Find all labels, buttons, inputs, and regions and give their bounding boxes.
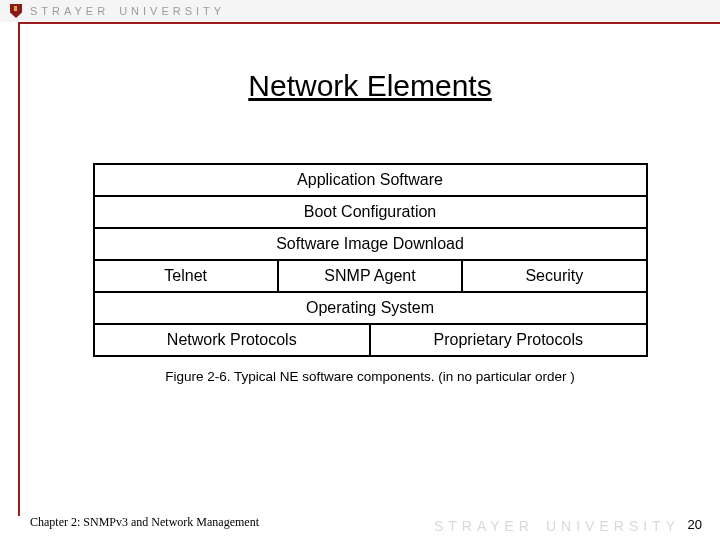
header-bar: STRAYERUNIVERSITY bbox=[0, 0, 720, 22]
diagram-cell: Operating System bbox=[95, 293, 646, 323]
page-number: 20 bbox=[688, 517, 702, 532]
footer-chapter: Chapter 2: SNMPv3 and Network Management bbox=[30, 515, 259, 530]
diagram-row: Network Protocols Proprietary Protocols bbox=[95, 325, 646, 357]
diagram-cell: Telnet bbox=[95, 261, 277, 291]
diagram-cell: SNMP Agent bbox=[277, 261, 461, 291]
diagram-cell: Proprietary Protocols bbox=[369, 325, 646, 355]
diagram-row: Software Image Download bbox=[95, 229, 646, 261]
diagram-cell: Boot Configuration bbox=[95, 197, 646, 227]
slide-body: Network Elements Application Software Bo… bbox=[20, 24, 720, 516]
figure-caption: Figure 2-6. Typical NE software componen… bbox=[20, 369, 720, 384]
logo-shield-icon bbox=[10, 4, 22, 18]
diagram-cell: Network Protocols bbox=[95, 325, 370, 355]
footer-brand: STRAYERUNIVERSITY bbox=[434, 518, 680, 534]
diagram-row: Operating System bbox=[95, 293, 646, 325]
diagram-cell: Security bbox=[461, 261, 645, 291]
diagram-cell: Application Software bbox=[95, 165, 646, 195]
brand-word-2: UNIVERSITY bbox=[119, 5, 225, 17]
layers-diagram: Application Software Boot Configuration … bbox=[93, 163, 648, 357]
diagram-cell: Software Image Download bbox=[95, 229, 646, 259]
diagram-row: Application Software bbox=[95, 165, 646, 197]
diagram-row: Boot Configuration bbox=[95, 197, 646, 229]
slide-title: Network Elements bbox=[20, 69, 720, 103]
diagram-row: Telnet SNMP Agent Security bbox=[95, 261, 646, 293]
brand-word-1: STRAYER bbox=[30, 5, 109, 17]
brand-text: STRAYERUNIVERSITY bbox=[30, 5, 225, 17]
